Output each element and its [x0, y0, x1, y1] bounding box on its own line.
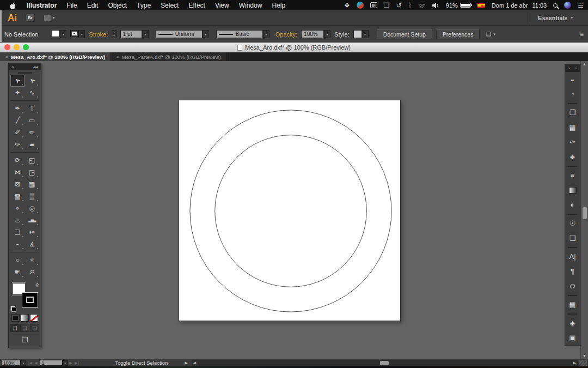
- tool-artboard[interactable]: ❏: [10, 226, 24, 238]
- opacity-panel-link[interactable]: Opacity:: [275, 31, 297, 38]
- brush-definition-select[interactable]: Basic: [216, 30, 263, 38]
- document-canvas[interactable]: [179, 100, 400, 321]
- stepper-down-icon[interactable]: ▾: [113, 34, 115, 38]
- tool-paintbrush[interactable]: ✐: [10, 126, 24, 138]
- stroke-weight-input[interactable]: 1 pt: [120, 30, 142, 38]
- panel-pathfinder-icon[interactable]: ❐: [565, 105, 580, 120]
- first-artboard-button[interactable]: |◀: [28, 361, 33, 365]
- dock-close-icon[interactable]: ×: [568, 66, 571, 71]
- dropbox-icon[interactable]: ❖: [344, 2, 350, 9]
- width-profile-select[interactable]: Uniform: [156, 30, 203, 38]
- siri-icon[interactable]: [564, 2, 571, 9]
- tool-blend[interactable]: ◎: [25, 202, 39, 214]
- draw-behind-button[interactable]: ❏: [20, 324, 29, 332]
- vertical-scroll-thumb[interactable]: [583, 207, 587, 219]
- scroll-up-icon[interactable]: ▲: [581, 62, 588, 66]
- panel-color-guide-icon[interactable]: ◔: [565, 87, 580, 101]
- menu-clock-time[interactable]: 11:03: [532, 2, 547, 9]
- panel-swatches-icon[interactable]: ▦: [565, 120, 580, 135]
- menu-window[interactable]: Window: [234, 2, 267, 9]
- stroke-panel-link[interactable]: Stroke:: [89, 31, 108, 38]
- tool-curvature[interactable]: ⌢: [10, 238, 24, 250]
- swap-fill-stroke-icon[interactable]: ⇄: [34, 281, 40, 288]
- dock-expand-icon[interactable]: »: [575, 66, 577, 71]
- outer-circle-path[interactable]: [190, 110, 391, 312]
- tool-type[interactable]: T: [25, 102, 39, 114]
- tool-scale[interactable]: ◱: [25, 154, 39, 166]
- panel-align-icon[interactable]: ▤: [565, 297, 580, 312]
- panel-gradient-icon[interactable]: [565, 183, 580, 197]
- panel-opentype-icon[interactable]: O: [565, 279, 580, 293]
- tool-slice[interactable]: ✂: [25, 226, 39, 238]
- zoom-level-input[interactable]: 100%: [1, 360, 21, 366]
- panel-close-icon[interactable]: ×: [11, 64, 14, 69]
- tool-eraser[interactable]: ▰: [25, 138, 39, 150]
- fill-dropdown[interactable]: ▾: [60, 30, 66, 38]
- menu-effect[interactable]: Effect: [183, 2, 210, 9]
- panel-color-icon[interactable]: ◒: [565, 72, 580, 87]
- horizontal-scrollbar[interactable]: ◀ ▶: [192, 360, 578, 366]
- menu-clock-date[interactable]: Dom 1 de abr: [492, 2, 528, 9]
- bi-app-icon[interactable]: BI: [370, 2, 377, 8]
- stroke-dropdown[interactable]: ▾: [78, 30, 85, 38]
- artboard[interactable]: [179, 100, 401, 321]
- bluetooth-icon[interactable]: ᛒ: [408, 2, 412, 9]
- panel-symbols-icon[interactable]: ♣: [565, 149, 580, 164]
- document-setup-button[interactable]: Document Setup: [377, 29, 432, 39]
- stroke-weight-stepper[interactable]: ▴ ▾: [112, 30, 117, 38]
- tool-symbol-sprayer[interactable]: ♨: [10, 214, 24, 226]
- horizontal-scroll-thumb[interactable]: [380, 361, 389, 365]
- tool-ellipse[interactable]: ○: [10, 254, 24, 266]
- menu-object[interactable]: Object: [103, 2, 132, 9]
- tool-width[interactable]: ⋈: [10, 166, 24, 178]
- tool-measure[interactable]: ∡: [25, 238, 39, 250]
- default-fill-stroke-icon[interactable]: [10, 306, 15, 311]
- draw-normal-button[interactable]: ❏: [10, 324, 20, 332]
- brush-definition-dropdown[interactable]: ▾: [263, 30, 270, 38]
- tool-lasso[interactable]: ∿: [25, 87, 39, 99]
- tool-mesh[interactable]: ▩: [10, 190, 24, 202]
- menu-edit[interactable]: Edit: [82, 2, 103, 9]
- menu-type[interactable]: Type: [132, 2, 156, 9]
- zoom-window-button[interactable]: [23, 44, 29, 50]
- apple-menu[interactable]: [4, 2, 22, 9]
- control-panel-menu-icon[interactable]: ≡: [580, 31, 584, 38]
- tool-blob-brush[interactable]: ✑: [10, 138, 24, 150]
- panel-appearance-icon[interactable]: ☉: [565, 216, 580, 231]
- opacity-dropdown[interactable]: ▾: [324, 30, 330, 38]
- width-profile-dropdown[interactable]: ▾: [203, 30, 209, 38]
- tool-shaper[interactable]: ✧: [25, 254, 39, 266]
- tool-rotate[interactable]: ⟳: [10, 154, 24, 166]
- color-button[interactable]: [11, 314, 20, 322]
- status-display-menu-icon[interactable]: ▶: [185, 361, 187, 365]
- menu-illustrator[interactable]: Illustrator: [22, 2, 62, 9]
- panel-character-icon[interactable]: A|: [565, 249, 580, 264]
- scroll-left-icon[interactable]: ◀: [193, 361, 196, 365]
- tool-magic-wand[interactable]: ✦: [10, 87, 24, 99]
- arrange-documents-button[interactable]: ▾: [44, 15, 55, 21]
- opacity-input[interactable]: 100%: [301, 30, 324, 38]
- displays-icon[interactable]: ❐: [384, 2, 390, 9]
- minimize-window-button[interactable]: [14, 44, 20, 50]
- keyboard-flag-icon[interactable]: ISO: [477, 3, 485, 8]
- stroke-swatch-large[interactable]: [22, 292, 38, 307]
- app-swirl-icon[interactable]: [357, 2, 364, 9]
- draw-inside-button[interactable]: ❏: [30, 324, 39, 332]
- tab-close-icon[interactable]: ×: [5, 55, 8, 59]
- fill-color-swatch[interactable]: [52, 30, 60, 37]
- style-swatch[interactable]: [353, 30, 362, 38]
- previous-artboard-button[interactable]: ◀: [34, 361, 38, 365]
- tool-zoom[interactable]: ⚲: [25, 266, 39, 278]
- stroke-weight-dropdown[interactable]: ▾: [142, 30, 149, 38]
- tool-shape-builder[interactable]: ⊠: [10, 178, 24, 190]
- panel-paragraph-icon[interactable]: ¶: [565, 264, 580, 279]
- document-title-bar[interactable]: Mesa_Aro.dxf* @ 100% (RGB/Preview): [0, 43, 588, 52]
- tab-mesa-partea[interactable]: × Mesa_ParteA.dxf* @ 100% (RGB/Preview): [111, 52, 226, 61]
- menu-select[interactable]: Select: [156, 2, 183, 9]
- scroll-right-icon[interactable]: ▶: [573, 361, 576, 365]
- tool-pencil[interactable]: ✏: [25, 126, 39, 138]
- zoom-level-dropdown[interactable]: ▾: [21, 360, 26, 366]
- close-window-button[interactable]: [4, 44, 10, 50]
- menu-help[interactable]: Help: [267, 2, 290, 9]
- scroll-down-icon[interactable]: ▼: [581, 354, 588, 358]
